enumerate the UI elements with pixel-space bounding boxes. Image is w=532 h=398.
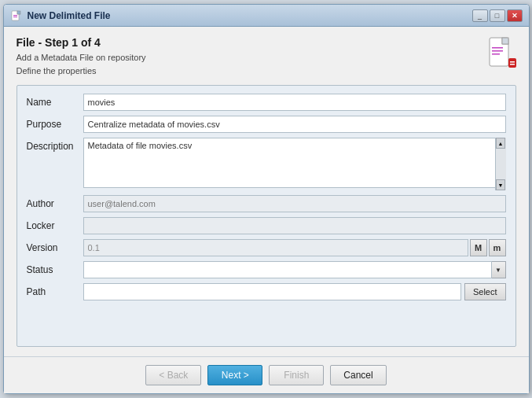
- version-minor-button[interactable]: m: [489, 239, 506, 256]
- svg-rect-3: [13, 15, 17, 16]
- purpose-label: Purpose: [27, 116, 83, 130]
- author-input: [83, 195, 506, 212]
- locker-row: Locker: [27, 217, 506, 234]
- version-row: Version M m: [27, 239, 506, 256]
- name-row: Name: [27, 94, 506, 111]
- version-input: [83, 239, 468, 256]
- close-button[interactable]: ✕: [507, 9, 523, 22]
- svg-rect-8: [492, 47, 503, 49]
- purpose-row: Purpose: [27, 116, 506, 133]
- window-icon: [10, 9, 23, 22]
- step-info: File - Step 1 of 4 Add a Metadata File o…: [17, 36, 146, 77]
- step-header: File - Step 1 of 4 Add a Metadata File o…: [17, 36, 516, 77]
- description-field: ▲ ▼: [83, 138, 506, 190]
- scroll-down-button[interactable]: ▼: [496, 179, 505, 190]
- description-row: Description ▲ ▼: [27, 138, 506, 190]
- status-select[interactable]: [83, 261, 492, 278]
- step-title: File - Step 1 of 4: [17, 36, 146, 49]
- status-field: ▼: [83, 261, 506, 278]
- version-control: M m: [83, 239, 506, 256]
- version-field: M m: [83, 239, 506, 256]
- finish-button[interactable]: Finish: [269, 365, 324, 385]
- step-icon: [488, 36, 516, 68]
- description-label: Description: [27, 138, 83, 152]
- svg-rect-2: [17, 11, 20, 14]
- description-wrap: ▲ ▼: [83, 138, 506, 190]
- step-subtitle: Add a Metadata File on repository Define…: [17, 51, 146, 77]
- path-row: Path Select: [27, 283, 506, 300]
- description-textarea[interactable]: [83, 138, 506, 188]
- locker-label: Locker: [27, 217, 83, 231]
- form-area: Name Purpose Description: [17, 85, 516, 347]
- subtitle-line1: Add a Metadata File on repository: [17, 53, 146, 62]
- svg-rect-7: [502, 38, 508, 44]
- path-input[interactable]: [83, 283, 461, 300]
- description-scrollbar: ▲ ▼: [495, 138, 506, 190]
- purpose-input[interactable]: [83, 116, 506, 133]
- path-label: Path: [27, 283, 83, 297]
- purpose-field: [83, 116, 506, 133]
- version-label: Version: [27, 239, 83, 253]
- svg-rect-4: [13, 17, 17, 17]
- status-dropdown-button[interactable]: ▼: [492, 261, 506, 278]
- svg-rect-10: [492, 53, 500, 55]
- path-field: Select: [83, 283, 506, 300]
- locker-input: [83, 217, 506, 234]
- author-field: [83, 195, 506, 212]
- status-row: Status ▼: [27, 261, 506, 278]
- author-row: Author: [27, 195, 506, 212]
- minimize-button[interactable]: _: [472, 9, 488, 22]
- status-control: ▼: [83, 261, 506, 278]
- back-button[interactable]: < Back: [145, 365, 201, 385]
- cancel-button[interactable]: Cancel: [330, 365, 386, 385]
- window-controls: _ □ ✕: [472, 9, 523, 22]
- svg-rect-11: [508, 58, 516, 68]
- version-major-button[interactable]: M: [470, 239, 487, 256]
- name-label: Name: [27, 94, 83, 108]
- maximize-button[interactable]: □: [490, 9, 505, 22]
- title-bar: New Delimited File _ □ ✕: [4, 5, 529, 27]
- bottom-bar: < Back Next > Finish Cancel: [4, 356, 529, 393]
- window-title: New Delimited File: [28, 10, 472, 21]
- svg-rect-12: [510, 61, 515, 63]
- svg-rect-13: [510, 64, 515, 65]
- author-label: Author: [27, 195, 83, 209]
- subtitle-line2: Define the properties: [17, 66, 97, 76]
- content-area: File - Step 1 of 4 Add a Metadata File o…: [4, 27, 529, 356]
- scroll-up-button[interactable]: ▲: [496, 138, 505, 149]
- name-field: [83, 94, 506, 111]
- status-label: Status: [27, 261, 83, 275]
- path-control: Select: [83, 283, 506, 300]
- locker-field: [83, 217, 506, 234]
- svg-rect-9: [492, 50, 503, 52]
- main-window: New Delimited File _ □ ✕ File - Step 1 o…: [3, 4, 530, 394]
- select-button[interactable]: Select: [464, 283, 506, 300]
- name-input[interactable]: [83, 94, 506, 111]
- next-button[interactable]: Next >: [207, 365, 262, 385]
